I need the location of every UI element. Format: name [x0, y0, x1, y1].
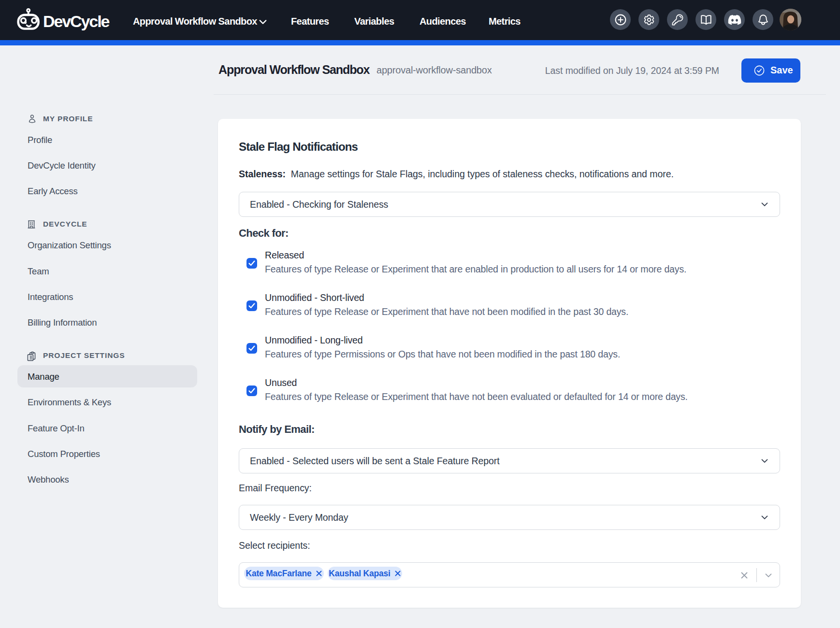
- svg-text:DevCycle: DevCycle: [43, 12, 109, 30]
